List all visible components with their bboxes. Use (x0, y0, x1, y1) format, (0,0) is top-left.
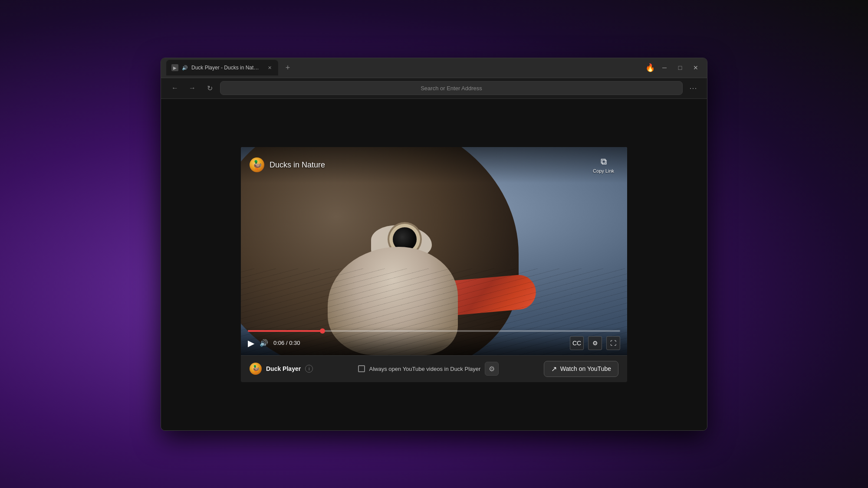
controls-right: CC ⚙ ⛶ (570, 336, 620, 350)
browser-window: ▶ 🔊 Duck Player - Ducks in Natur... ✕ + … (161, 58, 707, 431)
minimize-button[interactable]: ─ (658, 62, 671, 74)
copy-link-button[interactable]: ⧉ Copy Link (589, 154, 618, 176)
watch-youtube-label: Watch on YouTube (560, 365, 611, 372)
title-bar: ▶ 🔊 Duck Player - Ducks in Natur... ✕ + … (161, 58, 707, 78)
dp-logo-icon: 🦆 (250, 363, 262, 375)
content-area: 🦆 Ducks in Nature ⧉ Copy Link (161, 99, 707, 430)
play-button[interactable]: ▶ (248, 338, 254, 348)
close-button[interactable]: ✕ (690, 62, 702, 74)
back-button[interactable]: ← (168, 81, 182, 95)
duck-player-center: Always open YouTube videos in Duck Playe… (358, 362, 499, 376)
video-title-area: 🦆 Ducks in Nature (250, 157, 325, 172)
volume-button[interactable]: 🔊 (260, 339, 268, 347)
tab-close-button[interactable]: ✕ (266, 64, 273, 71)
menu-button[interactable]: ⋯ (686, 81, 700, 95)
forward-button[interactable]: → (185, 81, 199, 95)
watch-youtube-icon: ↗ (551, 365, 557, 373)
ddg-flame-icon[interactable]: 🔥 (645, 63, 655, 72)
captions-button[interactable]: CC (570, 336, 584, 350)
refresh-button[interactable]: ↻ (203, 81, 217, 95)
address-text: Search or Enter Address (421, 85, 482, 92)
dp-settings-button[interactable]: ⚙ (485, 362, 499, 376)
video-wrapper: 🦆 Ducks in Nature ⧉ Copy Link (241, 147, 627, 355)
ddg-logo: 🦆 (250, 157, 264, 172)
controls-left: ▶ 🔊 0:06 / 0:30 (248, 338, 300, 348)
video-header: 🦆 Ducks in Nature ⧉ Copy Link (241, 147, 627, 183)
progress-bar-fill (248, 330, 322, 332)
maximize-button[interactable]: □ (674, 62, 686, 74)
duck-player-bar: 🦆 Duck Player i Always open YouTube vide… (241, 355, 627, 382)
ddg-logo-icon: 🦆 (252, 160, 263, 170)
dp-label: Duck Player (266, 365, 301, 372)
progress-bar[interactable] (248, 330, 620, 332)
new-tab-button[interactable]: + (282, 62, 294, 74)
tab-favicon: ▶ (171, 64, 178, 71)
watch-on-youtube-button[interactable]: ↗ Watch on YouTube (544, 361, 618, 377)
nav-bar: ← → ↻ Search or Enter Address ⋯ (161, 78, 707, 99)
settings-button[interactable]: ⚙ (588, 336, 602, 350)
fullscreen-button[interactable]: ⛶ (606, 336, 620, 350)
window-controls: 🔥 ─ □ ✕ (645, 62, 702, 74)
video-title: Ducks in Nature (270, 160, 325, 170)
copy-link-icon: ⧉ (601, 157, 607, 167)
copy-link-label: Copy Link (593, 168, 614, 174)
browser-tab[interactable]: ▶ 🔊 Duck Player - Ducks in Natur... ✕ (166, 60, 278, 75)
always-open-label: Always open YouTube videos in Duck Playe… (369, 366, 481, 372)
controls-row: ▶ 🔊 0:06 / 0:30 CC ⚙ ⛶ (248, 336, 620, 350)
time-display: 0:06 / 0:30 (273, 340, 300, 346)
video-controls: ▶ 🔊 0:06 / 0:30 CC ⚙ ⛶ (241, 327, 627, 355)
dp-info-button[interactable]: i (305, 365, 313, 373)
tab-title: Duck Player - Ducks in Natur... (191, 65, 261, 71)
address-bar[interactable]: Search or Enter Address (220, 81, 683, 95)
progress-bar-dot (320, 328, 325, 334)
duck-player-container: 🦆 Ducks in Nature ⧉ Copy Link (241, 147, 627, 382)
duck-player-right: ↗ Watch on YouTube (544, 361, 618, 377)
duck-player-left: 🦆 Duck Player i (250, 363, 313, 375)
tab-audio-icon: 🔊 (182, 65, 188, 71)
always-open-checkbox[interactable] (358, 365, 365, 372)
